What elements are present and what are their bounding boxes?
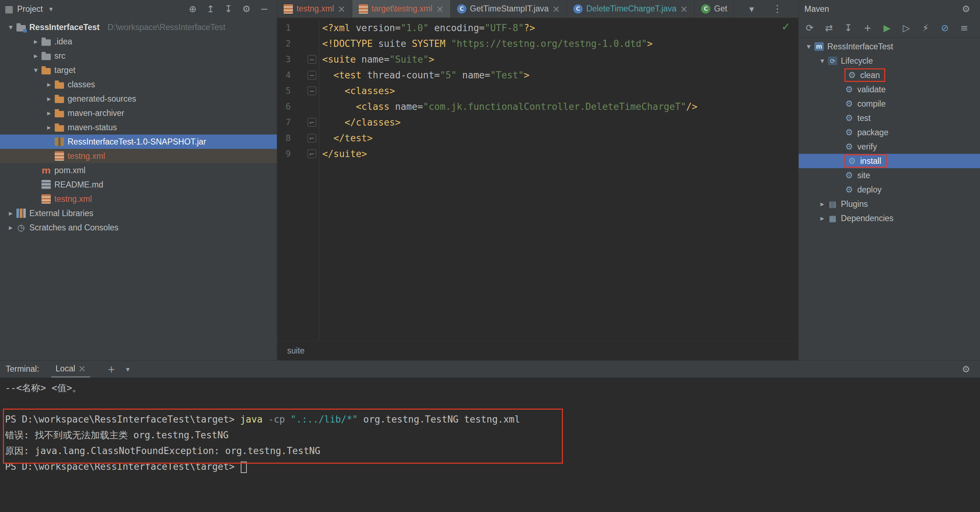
- fold-end-icon[interactable]: ⌐: [308, 118, 316, 127]
- chevron-down-icon[interactable]: ▾: [816, 57, 828, 65]
- code-line-6[interactable]: <class name="com.jk.functionalController…: [322, 99, 798, 115]
- project-item-maven-archiver[interactable]: ▸maven-archiver: [0, 106, 277, 120]
- run-button[interactable]: ▶: [879, 21, 895, 35]
- new-terminal-button[interactable]: +: [103, 362, 119, 376]
- tab-deletetimecharget-java[interactable]: CDeleteTimeChargeT.java×: [567, 0, 695, 18]
- download-sources-button[interactable]: ↧: [840, 21, 857, 35]
- maven-item-plugins[interactable]: ▸▤Plugins: [799, 197, 980, 211]
- skip-tests-button[interactable]: ⚡: [917, 21, 934, 35]
- editor-gutter: 123−4−5−67⌐8⌐9⌐: [277, 18, 320, 341]
- locate-button[interactable]: ⊕: [185, 2, 201, 16]
- collapse-all-button[interactable]: ↥: [202, 2, 219, 16]
- maven-item-ressinterfacetest[interactable]: ▾mRessInterfaceTest: [799, 39, 980, 54]
- fold-end-icon[interactable]: ⌐: [308, 150, 316, 158]
- fold-start-icon[interactable]: −: [308, 55, 316, 64]
- maven-item-compile[interactable]: ⚙compile: [799, 97, 980, 111]
- execute-goal-button[interactable]: ▷: [898, 21, 915, 35]
- maven-item-dependencies[interactable]: ▸▦Dependencies: [799, 211, 980, 225]
- chevron-right-icon[interactable]: ▸: [816, 214, 828, 223]
- project-item-ressinterfacetest-1-0-snapshot-jar[interactable]: RessInterfaceTest-1.0-SNAPSHOT.jar: [0, 134, 277, 149]
- reload-button[interactable]: ⟳: [802, 21, 818, 35]
- chevron-right-icon[interactable]: ▸: [30, 37, 41, 46]
- project-item-src[interactable]: ▸src: [0, 49, 277, 63]
- code-line-2[interactable]: <!DOCTYPE suite SYSTEM "https://testng.o…: [322, 36, 798, 51]
- maven-item-clean[interactable]: ⚙clean: [799, 68, 980, 82]
- chevron-right-icon[interactable]: ▸: [5, 209, 16, 217]
- project-item-scratches-and-consoles[interactable]: ▸◷Scratches and Consoles: [0, 220, 277, 235]
- chevron-right-icon[interactable]: ▸: [43, 94, 55, 103]
- chevron-right-icon[interactable]: ▸: [30, 51, 41, 60]
- code-line-5[interactable]: <classes>: [322, 83, 798, 99]
- chevron-right-icon[interactable]: ▸: [43, 109, 55, 117]
- hide-button[interactable]: −: [256, 2, 272, 16]
- breadcrumb-item-suite[interactable]: suite: [287, 346, 305, 356]
- close-icon[interactable]: ×: [552, 4, 560, 14]
- caret-down-icon[interactable]: ▾: [46, 4, 56, 14]
- tab-gettimestampit-java[interactable]: CGetTimeStampIT.java×: [451, 0, 567, 18]
- filter-button[interactable]: ≡: [956, 21, 972, 35]
- code-line-8[interactable]: </test>: [322, 130, 798, 146]
- chevron-right-icon[interactable]: ▸: [43, 123, 55, 132]
- expand-all-button[interactable]: ↧: [220, 2, 237, 16]
- tab-target-testng-xml[interactable]: target\testng.xml×: [352, 0, 451, 18]
- code-line-9[interactable]: </suite>: [322, 146, 798, 162]
- project-item-ressinterfacetest[interactable]: ▾RessInterfaceTestD:\workspace\RessInter…: [0, 20, 277, 34]
- close-icon[interactable]: ×: [337, 4, 345, 14]
- maven-item-deploy[interactable]: ⚙deploy: [799, 182, 980, 197]
- generate-sources-button[interactable]: ⇄: [821, 21, 837, 35]
- project-item-target[interactable]: ▾target: [0, 63, 277, 77]
- maven-item-lifecycle[interactable]: ▾⟳Lifecycle: [799, 54, 980, 68]
- terminal-settings-button[interactable]: ⚙: [958, 362, 974, 376]
- close-icon[interactable]: ×: [680, 4, 688, 14]
- fold-end-icon[interactable]: ⌐: [308, 134, 316, 142]
- offline-button[interactable]: ⊘: [937, 21, 953, 35]
- chevron-right-icon[interactable]: ▸: [43, 80, 55, 89]
- close-icon[interactable]: ×: [78, 364, 86, 373]
- row-content: RessInterfaceTestD:\workspace\RessInterf…: [16, 22, 225, 32]
- hidden-tabs-button[interactable]: ▾: [743, 2, 760, 16]
- settings-button[interactable]: ⚙: [238, 2, 255, 16]
- editor-code[interactable]: <?xml version="1.0" encoding="UTF-8"?><!…: [320, 18, 798, 341]
- code-line-4[interactable]: <test thread-count="5" name="Test">: [322, 67, 798, 83]
- fold-start-icon[interactable]: −: [308, 71, 316, 80]
- code-line-3[interactable]: <suite name="Suite">: [322, 51, 798, 67]
- maven-item-test[interactable]: ⚙test: [799, 111, 980, 125]
- tab-options-button[interactable]: ⋮: [769, 2, 786, 16]
- maven-item-validate[interactable]: ⚙validate: [799, 82, 980, 97]
- project-item-idea[interactable]: ▸.idea: [0, 34, 277, 49]
- tab-get[interactable]: CGet: [695, 0, 734, 18]
- close-icon[interactable]: ×: [436, 4, 444, 14]
- project-item-external-libraries[interactable]: ▸External Libraries: [0, 206, 277, 220]
- terminal[interactable]: --<名称> <值>。PS D:\workspace\RessInterface…: [0, 378, 980, 512]
- project-panel-title[interactable]: Project: [17, 4, 43, 14]
- terminal-tab-local[interactable]: Local ×: [51, 360, 90, 378]
- code-token: version=: [356, 22, 401, 33]
- chevron-right-icon[interactable]: ▸: [816, 199, 828, 208]
- terminal-dropdown-button[interactable]: ▾: [119, 362, 136, 376]
- project-item-classes[interactable]: ▸classes: [0, 77, 277, 92]
- maven-item-install[interactable]: ⚙install: [799, 154, 980, 168]
- code-line-1[interactable]: <?xml version="1.0" encoding="UTF-8"?>: [322, 20, 798, 36]
- collapse-all-icon: ↥: [206, 4, 215, 14]
- project-item-maven-status[interactable]: ▸maven-status: [0, 120, 277, 134]
- code-token: <class: [322, 101, 395, 112]
- maven-item-package[interactable]: ⚙package: [799, 125, 980, 140]
- project-item-pom-xml[interactable]: mpom.xml: [0, 163, 277, 177]
- chevron-down-icon[interactable]: ▾: [30, 66, 41, 74]
- chevron-down-icon[interactable]: ▾: [803, 42, 815, 51]
- project-item-testng-xml[interactable]: testng.xml: [0, 149, 277, 163]
- chevron-right-icon[interactable]: ▸: [5, 223, 16, 232]
- terminal-token: PS D:\workspace\RessInterfaceTest\target…: [5, 461, 240, 472]
- maven-item-site[interactable]: ⚙site: [799, 168, 980, 182]
- fold-start-icon[interactable]: −: [308, 86, 316, 95]
- project-item-readme-md[interactable]: README.md: [0, 177, 277, 192]
- maven-item-verify[interactable]: ⚙verify: [799, 140, 980, 154]
- maven-settings-button[interactable]: ⚙: [958, 2, 974, 16]
- project-item-testng-xml[interactable]: testng.xml: [0, 192, 277, 206]
- chevron-down-icon[interactable]: ▾: [5, 23, 16, 32]
- inspections-status[interactable]: ✓: [781, 21, 791, 33]
- tab-testng-xml[interactable]: testng.xml×: [277, 0, 352, 18]
- project-item-generated-sources[interactable]: ▸generated-sources: [0, 92, 277, 106]
- add-button[interactable]: +: [859, 21, 876, 35]
- code-line-7[interactable]: </classes>: [322, 115, 798, 130]
